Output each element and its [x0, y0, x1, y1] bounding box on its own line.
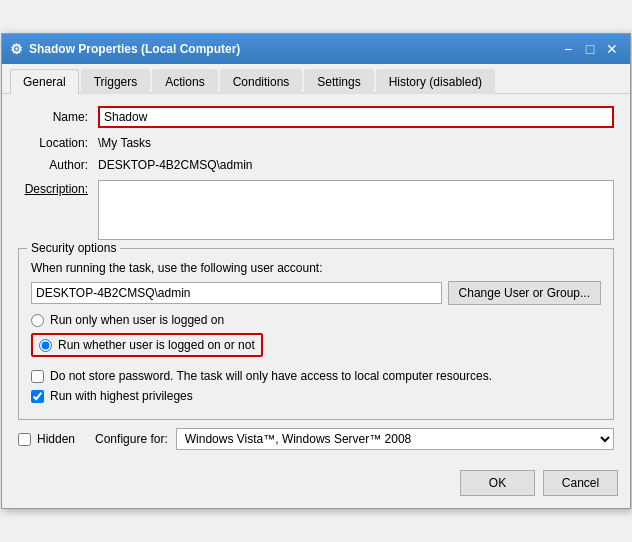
tab-actions[interactable]: Actions — [152, 69, 217, 94]
location-value: \My Tasks — [98, 136, 151, 150]
security-legend: Security options — [27, 241, 120, 255]
description-label: Description: — [18, 182, 98, 196]
author-row: Author: DESKTOP-4B2CMSQ\admin — [18, 158, 614, 172]
name-label: Name: — [18, 110, 98, 124]
radio-logged-on[interactable] — [31, 314, 44, 327]
window-icon: ⚙ — [10, 41, 23, 57]
author-value: DESKTOP-4B2CMSQ\admin — [98, 158, 253, 172]
minimize-button[interactable]: − — [558, 39, 578, 59]
change-user-button[interactable]: Change User or Group... — [448, 281, 601, 305]
when-running-label: When running the task, use the following… — [31, 261, 601, 275]
user-account-row: Change User or Group... — [31, 281, 601, 305]
tab-conditions[interactable]: Conditions — [220, 69, 303, 94]
description-row: Description: — [18, 180, 614, 240]
checkbox-no-password-label: Do not store password. The task will onl… — [50, 369, 492, 383]
ok-button[interactable]: OK — [460, 470, 535, 496]
maximize-button[interactable]: □ — [580, 39, 600, 59]
title-bar-left: ⚙ Shadow Properties (Local Computer) — [10, 41, 240, 57]
window-title: Shadow Properties (Local Computer) — [29, 42, 240, 56]
radio-logged-on-row: Run only when user is logged on — [31, 313, 601, 327]
description-textarea[interactable] — [98, 180, 614, 240]
tab-general[interactable]: General — [10, 69, 79, 94]
name-input[interactable] — [98, 106, 614, 128]
main-window: ⚙ Shadow Properties (Local Computer) − □… — [1, 33, 631, 509]
radio-whether-container: Run whether user is logged on or not — [31, 333, 601, 363]
cancel-button[interactable]: Cancel — [543, 470, 618, 496]
dialog-buttons: OK Cancel — [2, 462, 630, 508]
checkbox-no-password[interactable] — [31, 370, 44, 383]
radio-whether-highlighted: Run whether user is logged on or not — [31, 333, 263, 357]
name-row: Name: — [18, 106, 614, 128]
radio-whether-label: Run whether user is logged on or not — [58, 338, 255, 352]
checkbox-highest[interactable] — [31, 390, 44, 403]
tab-history[interactable]: History (disabled) — [376, 69, 495, 94]
checkbox-no-password-row: Do not store password. The task will onl… — [31, 369, 601, 383]
bottom-row: Hidden Configure for: Windows Vista™, Wi… — [18, 428, 614, 450]
checkbox-highest-label: Run with highest privileges — [50, 389, 193, 403]
title-bar: ⚙ Shadow Properties (Local Computer) − □… — [2, 34, 630, 64]
hidden-label: Hidden — [37, 432, 75, 446]
tab-settings[interactable]: Settings — [304, 69, 373, 94]
location-label: Location: — [18, 136, 98, 150]
author-label: Author: — [18, 158, 98, 172]
radio-whether[interactable] — [39, 339, 52, 352]
configure-select[interactable]: Windows Vista™, Windows Server™ 2008 — [176, 428, 614, 450]
close-button[interactable]: ✕ — [602, 39, 622, 59]
security-content: When running the task, use the following… — [31, 261, 601, 403]
security-section: Security options When running the task, … — [18, 248, 614, 420]
hidden-checkbox-row: Hidden — [18, 432, 75, 446]
content-area: Name: Location: \My Tasks Author: DESKTO… — [2, 94, 630, 462]
configure-label: Configure for: — [95, 432, 168, 446]
checkbox-hidden[interactable] — [18, 433, 31, 446]
user-account-input[interactable] — [31, 282, 442, 304]
location-row: Location: \My Tasks — [18, 136, 614, 150]
tab-triggers[interactable]: Triggers — [81, 69, 151, 94]
title-bar-controls: − □ ✕ — [558, 39, 622, 59]
checkbox-highest-row: Run with highest privileges — [31, 389, 601, 403]
radio-logged-on-label: Run only when user is logged on — [50, 313, 224, 327]
tab-bar: General Triggers Actions Conditions Sett… — [2, 64, 630, 94]
